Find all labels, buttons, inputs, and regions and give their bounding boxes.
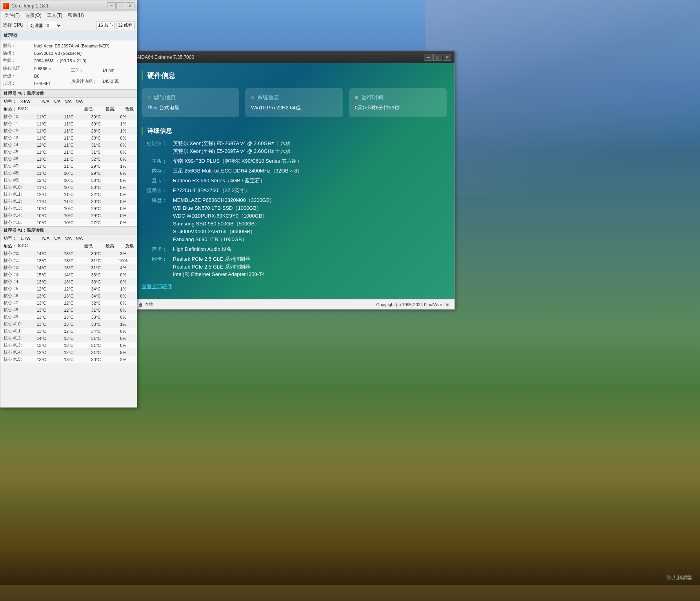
cpu1-core-min-3: 14°C <box>55 272 83 277</box>
menu-file[interactable]: 文件(F) <box>2 12 22 19</box>
aida-title: AIDA64 Extreme 7.35.7000 <box>137 54 194 60</box>
cpu1-core-max-4: 33°C <box>82 280 110 284</box>
cpu0-core-load-1: 1% <box>110 122 137 126</box>
cpu0-power-value: 3.5W <box>20 99 31 104</box>
cpu0-core-row-1: 核心 #1: 11°C 11°C 30°C 1% <box>0 120 137 127</box>
detail-value-5-4: ST4000VX000-2AG166（4000GB） <box>173 228 447 235</box>
cpu0-na3: N/A <box>64 99 71 104</box>
model-label: 型号： <box>0 42 32 49</box>
cpu1-core-load-4: 0% <box>110 280 137 284</box>
coretemp-app-icon: T <box>3 3 9 9</box>
detail-row-7: 网卡： Realtek PCIe 2.5 GbE 系列控制器Realtek PC… <box>142 256 447 278</box>
cpu1-core-cur-15: 13°C <box>28 357 55 362</box>
card-system-title-text: 系统信息 <box>257 94 279 101</box>
cpu1-core-row-7: 核心 #7: 13°C 12°C 32°C 0% <box>0 300 137 307</box>
cpu1-core-cur-8: 13°C <box>28 308 55 312</box>
cpu1-na4: N/A <box>76 236 83 241</box>
cpu1-core-load-2: 4% <box>110 265 137 270</box>
detail-values-2: 三星 256GB Multi-bit ECC DDR4 2400MHz（32GB… <box>173 167 447 175</box>
menu-help[interactable]: 帮助(H) <box>65 12 86 19</box>
cpu1-tjmax-label: 耐热： <box>4 243 16 249</box>
cpu0-core-max-10: 30°C <box>82 185 110 190</box>
view-all-link[interactable]: 查看全部硬件 <box>142 283 172 289</box>
cpu1-core-min-4: 13°C <box>55 280 83 284</box>
detail-value-3-0: Radeon RX 560 Series（4GB / 蓝宝石） <box>173 177 447 184</box>
aida-card-system: 系统信息 Win10 Pro 22H2 64位 <box>245 88 343 117</box>
aida-titlebar: AIDA64 Extreme 7.35.7000 ─ □ ✕ <box>134 51 455 63</box>
cpu0-core-row-7: 核心 #7: 11°C 11°C 29°C 1% <box>0 163 137 170</box>
cpu1-core-load-5: 1% <box>110 287 137 291</box>
cpu0-core-max-11: 32°C <box>82 192 110 197</box>
cpu0-core-row-4: 核心 #4: 12°C 11°C 31°C 0% <box>0 142 137 149</box>
detail-value-7-2: Intel(R) Ethernet Server Adapter I350-T4 <box>173 271 447 277</box>
cpu1-core-cur-14: 12°C <box>28 350 55 355</box>
cpu0-core-load-9: 0% <box>110 178 137 183</box>
freq-row: 主频： 2094.66MHz (99.75 x 21.0) <box>0 57 137 64</box>
cpu1-core-row-0: 核心 #0: 14°C 13°C 30°C 3% <box>0 250 137 257</box>
cpu0-core-min-0: 11°C <box>55 114 83 119</box>
cpu0-core-cur-1: 11°C <box>28 122 55 126</box>
cpu0-tjmax-row: 耐热： 93°C 最低. 最高. 负载 <box>0 105 137 113</box>
cpu0-core-max-8: 29°C <box>82 171 110 176</box>
menu-tools[interactable]: 工具(T) <box>45 12 65 19</box>
cpu1-cores-list: 核心 #0: 14°C 13°C 30°C 3% 核心 #1: 13°C 13°… <box>0 250 137 363</box>
cpu0-core-name-0: 核心 #0: <box>0 114 28 120</box>
cpu0-core-load-11: 0% <box>110 192 137 197</box>
cpu1-core-min-2: 13°C <box>55 265 83 270</box>
cpu-dropdown[interactable]: 处理器 #0 处理器 #1 <box>27 22 62 29</box>
aida-close-btn[interactable]: ✕ <box>443 54 451 61</box>
detail-label-1: 主板： <box>142 158 167 165</box>
voltage-value: 0.8866 v <box>32 65 69 72</box>
statusbar-copyright: Copyright (c) 1995-2024 FinalWire Ltd. <box>376 302 451 307</box>
detail-value-5-1: WD Blue SN570 1TB SSD（1000GB） <box>173 205 447 212</box>
local-icon: 🖥 <box>138 301 143 308</box>
menu-options[interactable]: 选项(O) <box>23 12 44 19</box>
cpu1-core-row-8: 核心 #8: 13°C 12°C 31°C 0% <box>0 307 137 314</box>
aida-card-model: 型号信息 华南 台式电脑 <box>142 88 239 117</box>
cpu1-power-value: 1.7W <box>20 236 31 241</box>
cpu1-core-load-11: 0% <box>110 329 137 334</box>
detail-label-6: 声卡： <box>142 246 167 253</box>
detail-value-7-1: Realtek PCIe 2.5 GbE 系列控制器 <box>173 263 447 271</box>
revision-label: 步进： <box>0 80 32 87</box>
cpu1-core-name-7: 核心 #7: <box>0 300 28 306</box>
cpu0-core-load-15: 0% <box>110 220 137 225</box>
cpu0-core-row-6: 核心 #6: 11°C 11°C 32°C 0% <box>0 156 137 163</box>
cpu0-core-load-7: 1% <box>110 164 137 169</box>
cpu0-core-min-5: 11°C <box>55 150 83 154</box>
cpu1-core-load-10: 1% <box>110 322 137 327</box>
freq-value: 2094.66MHz (99.75 x 21.0) <box>32 57 137 64</box>
cpu0-core-min-2: 11°C <box>55 129 83 133</box>
cpu1-core-min-8: 12°C <box>55 308 83 312</box>
cpu0-core-name-10: 核心 #10: <box>0 184 28 190</box>
cpu0-core-name-4: 核心 #4: <box>0 142 28 148</box>
detail-values-6: High Definition Audio 设备 <box>173 246 447 254</box>
detail-row-5: 磁盘： MEMBLAZE P6536CH0320M00（3200GB）WD Bl… <box>142 197 447 244</box>
aida-maximize-btn[interactable]: □ <box>433 54 442 61</box>
cpu0-core-min-7: 11°C <box>55 164 83 169</box>
cpu0-core-name-11: 核心 #11: <box>0 191 28 197</box>
cpu1-core-name-8: 核心 #8: <box>0 307 28 313</box>
cpu0-core-name-2: 核心 #2: <box>0 128 28 134</box>
detail-label-2: 内存： <box>142 167 167 174</box>
cpu1-core-cur-6: 13°C <box>28 294 55 298</box>
cpu0-core-cur-10: 11°C <box>28 185 55 190</box>
close-button[interactable]: ✕ <box>126 2 135 9</box>
aida-minimize-btn[interactable]: ─ <box>424 54 433 61</box>
cpu1-col-load: 负载 <box>125 243 134 249</box>
cpu1-core-load-3: 0% <box>110 272 137 277</box>
cpu0-core-row-5: 核心 #5: 11°C 11°C 31°C 0% <box>0 149 137 156</box>
cpu0-core-row-12: 核心 #12: 11°C 11°C 30°C 0% <box>0 198 137 205</box>
cpu0-core-min-4: 11°C <box>55 143 83 147</box>
maximize-button[interactable]: □ <box>116 2 125 9</box>
detail-label-7: 网卡： <box>142 256 167 263</box>
cpu1-core-min-14: 12°C <box>55 350 83 355</box>
watermark: 陈大刺猬客 <box>667 574 692 581</box>
card-uptime-title-text: 运行时间 <box>361 94 383 101</box>
detail-value-1-0: 华南 X99-F8D PLUS（英特尔 X99/C610 Series 芯片组） <box>173 158 447 165</box>
cpu1-core-row-11: 核心 #11: 13°C 12°C 34°C 0% <box>0 328 137 335</box>
cpu0-core-min-6: 11°C <box>55 157 83 162</box>
cpu1-core-load-8: 0% <box>110 308 137 312</box>
minimize-button[interactable]: ─ <box>107 2 116 9</box>
tdp-row: 热设计功耗： 145.0 瓦 <box>69 76 137 87</box>
